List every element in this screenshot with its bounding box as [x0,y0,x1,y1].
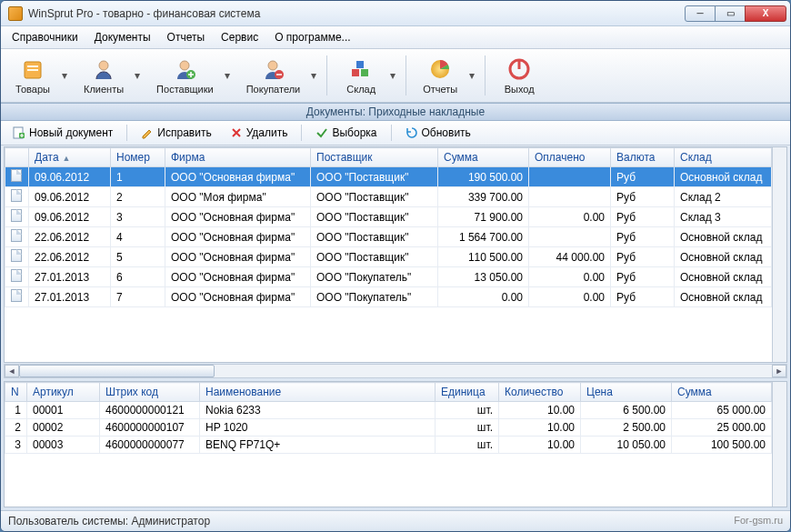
table-row[interactable]: 2000024600000000107HP 1020шт.10.002 500.… [5,419,772,437]
cell-amount: 65 000.00 [672,402,772,419]
table-row[interactable]: 09.06.20123ООО "Основная фирма"ООО "Пост… [5,207,772,227]
col-store[interactable]: Склад [675,148,772,167]
cell-sum: 1 564 700.00 [438,227,529,247]
col-sum[interactable]: Сумма [438,148,529,167]
details-grid: N Артикул Штрих код Наименование Единица… [4,381,787,507]
cell-sum: 0.00 [438,287,529,307]
cell-date: 27.01.2013 [29,267,111,287]
scroll-right-button[interactable]: ► [772,365,786,377]
scroll-thumb[interactable] [19,365,215,377]
dropdown-arrow-icon[interactable]: ▾ [387,53,398,98]
col-qty[interactable]: Количество [499,383,581,402]
new-document-button[interactable]: Новый документ [6,124,119,142]
table-row[interactable]: 09.06.20122ООО "Моя фирма"ООО "Поставщик… [5,187,772,207]
col-amount[interactable]: Сумма [672,383,772,402]
menubar: Справочники Документы Отчеты Сервис О пр… [1,26,790,49]
menu-service[interactable]: Сервис [214,28,265,46]
toolbar-exit-button[interactable]: Выход [493,53,546,98]
document-icon [11,189,22,202]
cell-article: 00003 [27,437,100,454]
cell-currency: Руб [611,267,675,287]
cell-number: 1 [111,167,165,187]
dropdown-arrow-icon[interactable]: ▾ [222,53,233,98]
filter-button[interactable]: Выборка [309,124,383,142]
cell-store: Основной склад [675,227,772,247]
cell-date: 09.06.2012 [29,167,111,187]
refresh-button[interactable]: Обновить [399,124,477,142]
col-firm[interactable]: Фирма [165,148,311,167]
minimize-button[interactable]: ─ [685,5,716,22]
cell-sum: 110 500.00 [438,247,529,267]
scroll-track[interactable] [19,365,772,377]
toolbar-buyers-button[interactable]: Покупатели [238,53,309,98]
row-indicator [5,207,29,227]
document-icon [11,229,22,242]
cell-number: 3 [111,207,165,227]
col-paid[interactable]: Оплачено [529,148,611,167]
suppliers-icon [172,56,197,82]
toolbar-suppliers-button[interactable]: Поставщики [148,53,222,98]
col-supplier[interactable]: Поставщик [311,148,438,167]
close-button[interactable]: X [745,5,786,22]
toolbar-goods-button[interactable]: Товары [6,53,59,98]
toolbar-warehouse-button[interactable]: Склад [335,53,387,98]
edit-label: Исправить [157,126,211,139]
table-row[interactable]: 22.06.20124ООО "Основная фирма"ООО "Пост… [5,227,772,247]
delete-icon [230,126,243,139]
menu-documents[interactable]: Документы [87,28,158,46]
svg-rect-2 [27,69,38,71]
table-row[interactable]: 27.01.20137ООО "Основная фирма"ООО "Поку… [5,287,772,307]
table-row[interactable]: 09.06.20121ООО "Основная фирма"ООО "Пост… [5,167,772,187]
col-price[interactable]: Цена [581,383,672,402]
table-row[interactable]: 27.01.20136ООО "Основная фирма"ООО "Поку… [5,267,772,287]
vertical-scrollbar[interactable] [772,382,786,507]
dropdown-arrow-icon[interactable]: ▾ [308,53,319,98]
dropdown-arrow-icon[interactable]: ▾ [59,53,70,98]
col-article[interactable]: Артикул [27,383,100,402]
maximize-button[interactable]: ▭ [715,5,746,22]
table-row[interactable]: 3000034600000000077BENQ FP71Q+шт.10.0010… [5,437,772,454]
cell-date: 09.06.2012 [29,207,111,227]
cell-qty: 10.00 [499,419,581,437]
horizontal-scrollbar[interactable]: ◄ ► [4,364,787,378]
menu-reports[interactable]: Отчеты [160,28,212,46]
dropdown-arrow-icon[interactable]: ▾ [466,53,477,98]
cell-price: 10 050.00 [581,437,672,454]
menu-about[interactable]: О программе... [267,28,357,46]
sort-asc-icon: ▲ [63,154,71,163]
menu-references[interactable]: Справочники [5,28,85,46]
table-row[interactable]: 1000014600000000121Nokia 6233шт.10.006 5… [5,402,772,419]
toolbar-clients-button[interactable]: Клиенты [75,53,132,98]
toolbar-reports-button[interactable]: Отчеты [414,53,466,98]
documents-table[interactable]: Дата▲ Номер Фирма Поставщик Сумма Оплаче… [5,147,772,307]
edit-button[interactable]: Исправить [135,124,217,142]
col-n[interactable]: N [5,383,27,402]
col-indicator[interactable] [5,148,29,167]
svg-rect-1 [27,65,38,67]
col-barcode[interactable]: Штрих код [100,383,200,402]
svg-rect-9 [361,69,368,76]
table-row[interactable]: 22.06.20125ООО "Основная фирма"ООО "Пост… [5,247,772,267]
reports-icon [427,56,453,82]
statusbar: Пользователь системы: Администратор For-… [1,510,790,531]
col-number[interactable]: Номер [111,148,165,167]
col-date[interactable]: Дата▲ [29,148,111,167]
col-name[interactable]: Наименование [200,383,436,402]
col-currency[interactable]: Валюта [611,148,675,167]
dropdown-arrow-icon[interactable]: ▾ [132,53,143,98]
details-table[interactable]: N Артикул Штрих код Наименование Единица… [5,382,772,454]
panel-title: Документы: Приходные накладные [1,103,790,121]
separator [126,125,127,141]
cell-sum: 13 050.00 [438,267,529,287]
scroll-left-button[interactable]: ◄ [5,365,19,377]
delete-button[interactable]: Удалить [224,124,295,142]
separator [301,125,302,141]
vertical-scrollbar[interactable] [772,147,786,362]
row-indicator [5,247,29,267]
cell-supplier: ООО "Поставщик" [311,247,438,267]
col-unit[interactable]: Единица [436,383,499,402]
cell-supplier: ООО "Поставщик" [311,207,438,227]
cell-store: Основной склад [675,287,772,307]
cell-store: Склад 2 [675,187,772,207]
svg-point-6 [268,61,277,70]
